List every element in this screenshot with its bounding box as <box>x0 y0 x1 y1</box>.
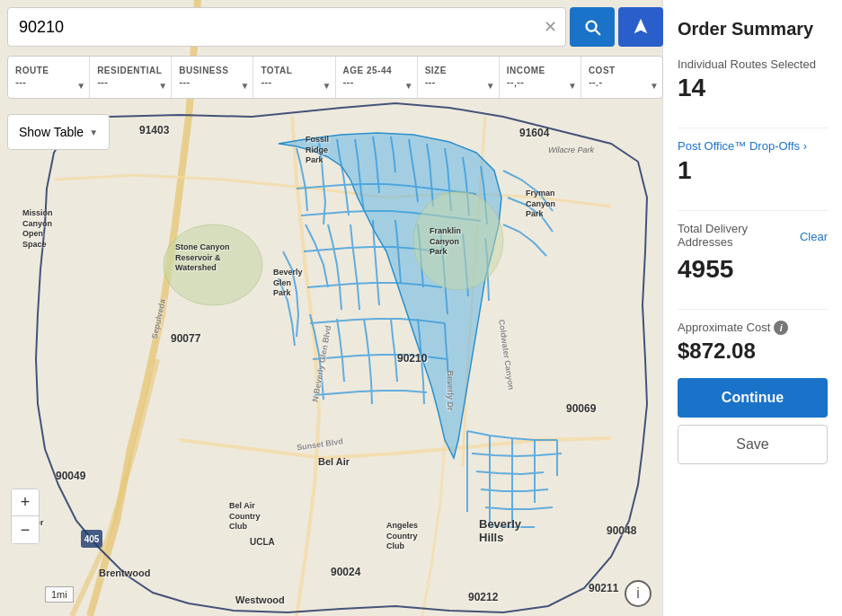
filter-residential-arrow: ▼ <box>158 81 167 91</box>
show-table-caret: ▼ <box>89 128 98 137</box>
delivery-addresses-row: Total Delivery Addresses Clear <box>678 222 828 252</box>
post-office-link[interactable]: Post Office™ Drop-Offs › <box>678 139 828 153</box>
divider-2 <box>678 210 828 211</box>
divider-1 <box>678 128 828 128</box>
filter-cost-label: COST <box>589 66 655 75</box>
filter-business[interactable]: BUSINESS --- ▼ <box>172 57 253 98</box>
individual-routes-value: 14 <box>678 75 828 102</box>
search-icon <box>582 17 602 37</box>
individual-routes-label: Individual Routes Selected <box>678 57 828 71</box>
divider-3 <box>678 309 828 310</box>
search-input-wrapper: 90210 ✕ <box>7 7 566 47</box>
show-table-button[interactable]: Show Table ▼ <box>7 114 110 150</box>
svg-text:Wilacre Park: Wilacre Park <box>548 145 594 154</box>
svg-point-2 <box>413 191 503 290</box>
approx-cost-value: $872.08 <box>678 339 828 364</box>
map-info-button[interactable]: i <box>625 580 651 607</box>
post-office-value: 1 <box>678 156 828 185</box>
save-button[interactable]: Save <box>678 425 828 464</box>
order-summary-title: Order Summary <box>678 18 828 40</box>
filter-size[interactable]: SIZE --- ▼ <box>418 57 500 98</box>
filter-size-arrow: ▼ <box>486 81 495 91</box>
filter-business-value: --- <box>179 76 245 89</box>
svg-point-1 <box>164 224 262 305</box>
filter-age-value: --- <box>343 76 410 89</box>
filter-total-value: --- <box>261 76 327 89</box>
filter-route-arrow: ▼ <box>76 81 85 91</box>
delivery-addresses-section: Total Delivery Addresses Clear 4955 <box>678 222 828 284</box>
locate-button[interactable] <box>618 7 663 47</box>
approx-cost-label: Approximate Cost <box>678 321 770 334</box>
delivery-addresses-value: 4955 <box>678 256 828 284</box>
filter-cost-arrow: ▼ <box>650 81 659 91</box>
svg-text:405: 405 <box>84 534 100 544</box>
clear-link[interactable]: Clear <box>800 230 828 243</box>
search-submit-button[interactable] <box>570 7 615 47</box>
filter-age-label: AGE 25-44 <box>343 66 410 75</box>
filter-income-label: INCOME <box>507 66 573 75</box>
search-input[interactable]: 90210 <box>7 7 566 47</box>
filter-route-label: ROUTE <box>15 66 82 75</box>
filter-route[interactable]: ROUTE --- ▼ <box>8 57 90 98</box>
filter-age[interactable]: AGE 25-44 --- ▼ <box>336 57 418 98</box>
filter-cost[interactable]: COST --.- ▼ <box>581 57 662 98</box>
filter-residential[interactable]: RESIDENTIAL --- ▼ <box>90 57 172 98</box>
filter-route-value: --- <box>15 76 82 89</box>
filter-age-arrow: ▼ <box>404 81 413 91</box>
scale-label: 1mi <box>51 589 67 600</box>
filter-total[interactable]: TOTAL --- ▼ <box>253 57 335 98</box>
continue-button[interactable]: Continue <box>678 378 828 418</box>
approx-cost-info-icon[interactable]: i <box>774 321 788 335</box>
zoom-controls: + − <box>11 488 40 544</box>
search-bar: 90210 ✕ <box>7 7 663 47</box>
approx-cost-row: Approximate Cost i <box>678 321 828 335</box>
filter-business-arrow: ▼ <box>240 81 249 91</box>
zoom-in-button[interactable]: + <box>12 489 39 516</box>
zoom-out-button[interactable]: − <box>12 516 39 543</box>
filter-business-label: BUSINESS <box>179 66 245 75</box>
search-clear-button[interactable]: ✕ <box>544 17 557 37</box>
post-office-section: Post Office™ Drop-Offs › 1 <box>678 139 828 185</box>
filter-income-value: --,-- <box>507 76 573 89</box>
show-table-label: Show Table <box>19 125 84 139</box>
filter-size-value: --- <box>425 76 492 89</box>
filter-total-arrow: ▼ <box>323 81 332 91</box>
order-summary-panel: Order Summary Individual Routes Selected… <box>662 0 842 616</box>
filter-residential-label: RESIDENTIAL <box>97 66 164 75</box>
filter-residential-value: --- <box>97 76 164 89</box>
filter-total-label: TOTAL <box>261 66 327 75</box>
filter-cost-value: --.- <box>589 76 655 89</box>
filter-income-arrow: ▼ <box>568 81 577 91</box>
filter-size-label: SIZE <box>425 66 492 75</box>
individual-routes-section: Individual Routes Selected 14 <box>678 57 828 102</box>
filter-bar: ROUTE --- ▼ RESIDENTIAL --- ▼ BUSINESS -… <box>7 56 663 99</box>
scale-bar: 1mi <box>45 586 74 603</box>
filter-income[interactable]: INCOME --,-- ▼ <box>500 57 581 98</box>
navigation-icon <box>631 17 651 37</box>
delivery-addresses-label: Total Delivery Addresses <box>678 222 800 249</box>
